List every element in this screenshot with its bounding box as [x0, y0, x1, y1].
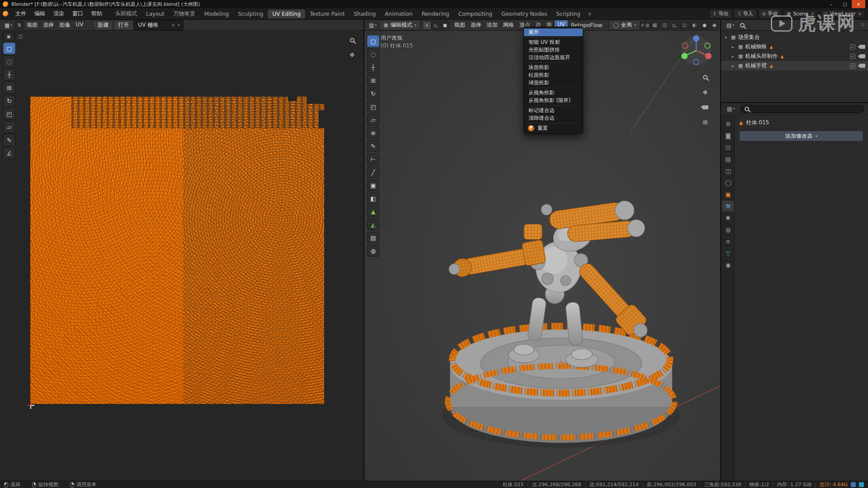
menu-item[interactable]: 文件 [11, 9, 30, 19]
properties-tab[interactable]: ⚙ [722, 118, 734, 129]
render-camera-icon[interactable] [859, 54, 865, 58]
proportional-edit-icon[interactable]: ◎ [645, 21, 650, 29]
capture-icon[interactable] [859, 482, 864, 487]
uv-tool-header-icon[interactable]: ▣ [3, 32, 14, 41]
outliner-row[interactable]: ▸ ▦ 机械手臂 ▲ ✓ [721, 61, 868, 70]
uv-menu-item[interactable]: 重置 [524, 124, 583, 132]
uv-menu-item[interactable]: 块面投影 [524, 64, 583, 71]
uv-tool-button[interactable]: ↻ [3, 95, 15, 107]
uv-menu-item[interactable]: 智能 UV 投射 [524, 38, 583, 46]
workspace-tab[interactable]: Animation [380, 9, 417, 19]
viewport-header-icon[interactable]: ○ [680, 21, 689, 29]
outliner-search-icon[interactable] [740, 23, 745, 28]
properties-tab[interactable]: ⚒ [722, 201, 734, 211]
render-camera-icon[interactable] [859, 45, 865, 49]
expand-arrow-icon[interactable]: ▸ [732, 54, 738, 59]
toggle-perspective-icon[interactable]: ⊞ [700, 117, 710, 127]
uv-tool-button[interactable]: ◰ [3, 108, 15, 120]
exclude-checkbox[interactable]: ✓ [850, 44, 855, 50]
uv-tool-button[interactable]: ✎ [3, 134, 15, 146]
viewport-tool-button[interactable]: ↻ [367, 88, 379, 99]
properties-tab[interactable]: ≡ [722, 236, 734, 247]
image-new-button[interactable]: 新建 [93, 20, 113, 30]
properties-tab[interactable]: ▽ [722, 248, 734, 258]
viewport-tool-button[interactable]: ◰ [367, 101, 379, 113]
uv-tool-button[interactable]: ◌ [3, 56, 15, 67]
close-button[interactable]: × [852, 0, 865, 8]
uv-2d-cursor[interactable] [27, 402, 34, 409]
uv-menu-item[interactable]: 展开 [524, 28, 583, 36]
uv-editor-type-button[interactable]: ▦ [2, 21, 14, 29]
viewport-header-menu[interactable]: 视图 [452, 20, 468, 30]
uv-menu-item[interactable] [524, 87, 583, 89]
add-modifier-button[interactable]: 添加修改器 [739, 131, 863, 141]
workspace-tab[interactable]: Layout [142, 9, 169, 19]
uv-tool-button[interactable]: ⊞ [3, 82, 15, 94]
image-open-button[interactable]: 打开 [113, 20, 133, 30]
outliner-filter-icon[interactable]: ▽ [861, 23, 865, 28]
uv-header-menu[interactable]: UV [73, 20, 86, 30]
menubar-action-button[interactable]: ↧导入 [734, 9, 756, 19]
image-unlink-icon[interactable]: × [171, 23, 175, 28]
exclude-checkbox[interactable]: ✓ [850, 54, 855, 59]
properties-type-button[interactable]: ▤ [725, 105, 737, 113]
uv-menu-item[interactable] [524, 104, 583, 107]
scene-unlink-icon[interactable]: × [811, 11, 814, 16]
expand-arrow-icon[interactable]: ▸ [732, 64, 738, 68]
viewport-header-icon[interactable]: ◺ [670, 21, 679, 29]
uv-island-map[interactable] [30, 97, 324, 404]
uv-tool-header-icon[interactable]: ▢ [15, 32, 26, 41]
viewport-tool-button[interactable]: ▲ [367, 206, 379, 217]
workspace-tab[interactable]: Geometry Nodes [497, 9, 552, 19]
uv-menu-item[interactable]: 球面投影 [524, 79, 583, 87]
viewport-tool-button[interactable]: ⊢ [367, 153, 379, 165]
viewport-tool-button[interactable]: ┼ [367, 61, 379, 73]
navigation-gizmo[interactable] [679, 33, 713, 67]
zoom-icon[interactable] [347, 35, 357, 45]
properties-tab[interactable]: ◫ [722, 165, 734, 176]
uv-tool-button[interactable]: ▱ [3, 121, 15, 133]
outliner-type-button[interactable]: ▤ [724, 21, 736, 29]
uv-tool-button[interactable]: ┼ [3, 69, 15, 80]
uv-tool-button[interactable]: ▢ [3, 42, 15, 54]
workspace-tab[interactable]: Compositing [454, 9, 497, 19]
properties-tab[interactable]: ◙ [722, 130, 734, 141]
viewport-header-icon[interactable]: ◉ [710, 21, 719, 29]
uv-header-menu[interactable]: 视图 [24, 20, 40, 30]
app-menu-icon[interactable] [3, 11, 9, 17]
expand-arrow-icon[interactable]: ▾ [725, 35, 731, 40]
viewport-tool-button[interactable]: ⊕ [367, 127, 379, 139]
maximize-button[interactable]: □ [838, 0, 852, 8]
menubar-action-button[interactable]: ↥导出 [709, 9, 732, 19]
uv-header-menu[interactable]: 图像 [57, 20, 73, 30]
viewport-header-menu[interactable]: 选择 [468, 20, 484, 30]
workspace-tab[interactable]: Modeling [200, 9, 234, 19]
workspace-tab[interactable]: 万物有灵 [169, 9, 200, 19]
workspace-tab[interactable]: Rendering [417, 9, 453, 19]
uv-menu-item[interactable]: 从视角投影 [524, 89, 583, 97]
uv-menu-item[interactable]: 柱面投影 [524, 71, 583, 79]
select-mode-button[interactable]: ◺ [432, 21, 440, 29]
mode-dropdown[interactable]: ▣编辑模式 [379, 20, 420, 30]
pan-hand-icon[interactable]: ✥ [700, 87, 710, 97]
camera-view-icon[interactable] [700, 102, 710, 112]
properties-tab[interactable]: ◍ [722, 224, 734, 235]
outliner-row[interactable]: ▸ ▦ 机械头部制作 ▲ ✓ [721, 52, 868, 61]
outliner-row[interactable]: ▾ ▦ 场景集合 ✓ [721, 33, 868, 42]
uv-menu-item[interactable] [524, 61, 583, 64]
properties-tab[interactable]: ◉ [722, 259, 734, 270]
uv-menu-item[interactable]: 标记缝合边 [524, 107, 583, 114]
menu-item[interactable]: 渲染 [49, 9, 68, 19]
workspace-tab[interactable]: UV Editing [268, 9, 305, 19]
properties-tab[interactable]: ⊡ [722, 142, 734, 153]
render-camera-icon[interactable] [859, 64, 865, 68]
snap-magnet-icon[interactable]: ∩ [641, 21, 645, 29]
select-mode-button[interactable]: ■ [441, 21, 449, 29]
viewport-header-icon[interactable]: ◫ [660, 21, 669, 29]
viewport-tool-button[interactable]: ▱ [367, 114, 379, 126]
outliner-row[interactable]: ▸ ▦ 机械蜘蛛 ▲ ✓ [721, 42, 868, 52]
view-layer-selector[interactable]: ◫ ViewLayer × [820, 9, 865, 18]
menu-item[interactable]: 编辑 [30, 9, 49, 19]
properties-tab[interactable]: ◯ [722, 177, 734, 188]
viewport-tool-button[interactable]: ⊞ [367, 75, 379, 86]
